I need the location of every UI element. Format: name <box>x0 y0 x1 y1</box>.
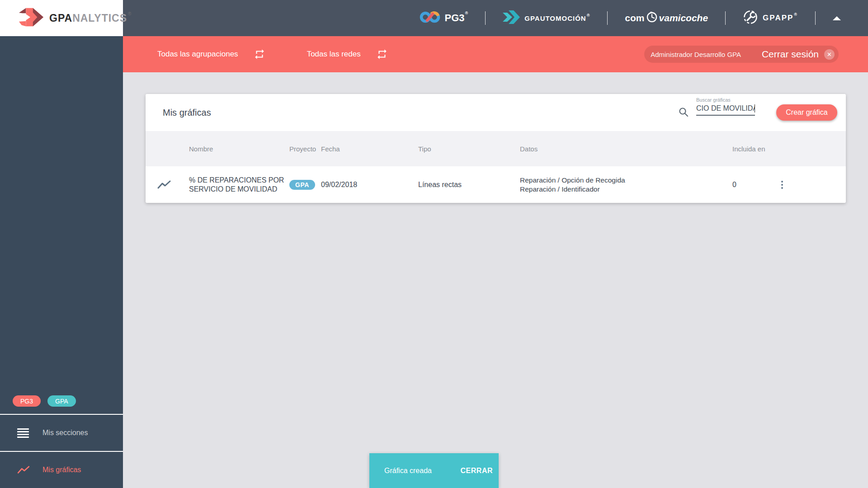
partner-logos: PG3® GPAUTOMOCIÓN® com <box>420 9 868 27</box>
gpanalytics-arrow-icon <box>18 7 43 29</box>
line-chart-icon <box>17 465 31 474</box>
sidebar: PG3 GPA Mis secciones Mis gráficas <box>0 36 123 488</box>
gpapp-logo: GPAPP® <box>743 9 798 27</box>
menu-icon <box>17 428 31 438</box>
page-title: Mis gráficas <box>163 108 211 118</box>
gpanalytics-logo: GPANALYTICS® <box>0 0 123 36</box>
divider <box>725 11 726 25</box>
sidebar-item-mis-graficas[interactable]: Mis gráficas <box>0 452 123 488</box>
cell-proyecto: GPA <box>289 180 321 190</box>
comovamicoche-logo: com vamicoche <box>625 11 708 25</box>
pg3-infinity-icon <box>420 10 440 26</box>
toast-close-button[interactable]: CERRAR <box>461 467 493 475</box>
snackbar-toast: Gráfica creada CERRAR <box>369 453 499 488</box>
sidebar-item-label: Mis gráficas <box>42 466 81 474</box>
swap-redes-icon[interactable] <box>376 48 388 60</box>
sidebar-item-mis-secciones[interactable]: Mis secciones <box>0 415 123 451</box>
session-pill: Administrador Desarrollo GPA Cerrar sesi… <box>644 46 839 63</box>
sidebar-item-label: Mis secciones <box>42 429 88 437</box>
sidebar-badge-pg3[interactable]: PG3 <box>13 395 41 407</box>
top-header: GPANALYTICS® PG3® GPAUTOMO <box>0 0 868 36</box>
text-caret <box>755 104 755 113</box>
gpautomocion-arrow-icon <box>503 10 521 26</box>
cell-fecha: 09/02/2018 <box>321 181 418 189</box>
card-toolbar: Mis gráficas Buscar gráficas CIO DE MOVI… <box>146 94 846 131</box>
sidebar-badges: PG3 GPA <box>0 395 123 414</box>
logout-close-icon[interactable]: ✕ <box>824 49 835 60</box>
search-icon[interactable] <box>679 107 689 119</box>
table-row[interactable]: % DE REPARACIONES POR SERVICIO DE MOVILI… <box>146 166 846 203</box>
col-header-tipo: Tipo <box>418 145 520 153</box>
divider <box>607 11 608 25</box>
swap-agrupaciones-icon[interactable] <box>254 48 265 60</box>
search-field: Buscar gráficas CIO DE MOVILIDAD <box>696 97 755 116</box>
collapse-header-arrow-icon[interactable] <box>833 16 841 20</box>
logout-button[interactable]: Cerrar sesión <box>762 49 819 60</box>
search-field-label: Buscar gráficas <box>696 97 755 103</box>
gpapp-wrench-icon <box>743 9 758 27</box>
col-header-nombre: Nombre <box>189 145 289 153</box>
divider <box>485 11 486 25</box>
sidebar-badge-gpa[interactable]: GPA <box>47 395 76 407</box>
clock-icon <box>645 11 659 25</box>
search-input[interactable]: CIO DE MOVILIDAD <box>696 104 755 116</box>
divider <box>815 11 816 25</box>
project-badge: GPA <box>289 180 315 190</box>
pg3-logo: PG3® <box>420 10 468 26</box>
create-chart-button[interactable]: Crear gráfica <box>776 104 837 121</box>
user-name: Administrador Desarrollo GPA <box>651 51 741 58</box>
gpanalytics-wordmark: GPANALYTICS® <box>49 12 132 24</box>
toast-message: Gráfica creada <box>384 467 432 475</box>
row-menu-kebab-icon[interactable] <box>778 181 787 189</box>
filters-banner: Todas las agrupaciones Todas las redes A… <box>123 36 868 72</box>
cell-datos: Reparación / Opción de Recogida Reparaci… <box>520 176 732 194</box>
table-header-row: Nombre Proyecto Fecha Tipo Datos Incluid… <box>146 131 846 166</box>
col-header-incluida-en: Incluida en <box>732 145 774 153</box>
gpautomocion-logo: GPAUTOMOCIÓN® <box>503 10 590 26</box>
cell-nombre: % DE REPARACIONES POR SERVICIO DE MOVILI… <box>189 176 289 194</box>
row-line-chart-icon <box>146 180 189 190</box>
mis-graficas-card: Mis gráficas Buscar gráficas CIO DE MOVI… <box>146 94 846 203</box>
cell-tipo: Líneas rectas <box>418 181 520 189</box>
agrupaciones-label: Todas las agrupaciones <box>157 50 238 59</box>
redes-label: Todas las redes <box>307 50 361 59</box>
col-header-fecha: Fecha <box>321 145 418 153</box>
col-header-datos: Datos <box>520 145 732 153</box>
col-header-proyecto: Proyecto <box>289 145 321 153</box>
cell-incluida-en: 0 <box>732 181 774 189</box>
